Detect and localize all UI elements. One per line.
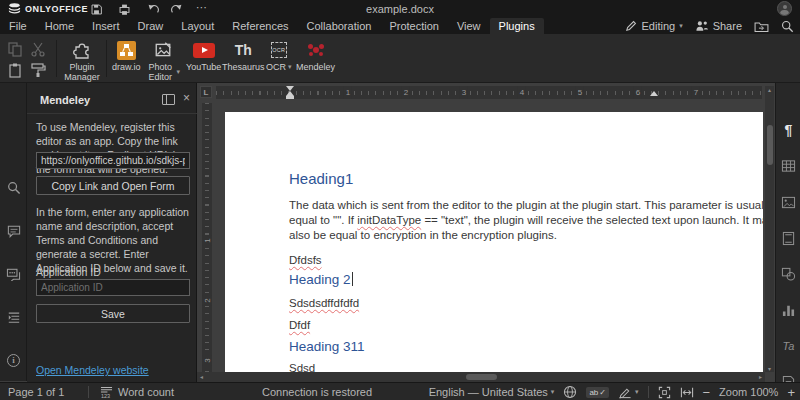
mendeley-label: Mendeley (296, 62, 335, 72)
sidebar-about-button[interactable]: i (0, 345, 27, 375)
chevron-down-icon: ▾ (288, 62, 292, 72)
image-settings-button[interactable] (776, 187, 800, 217)
sidebar-chat-button[interactable] (0, 259, 27, 289)
right-indent-marker[interactable] (650, 91, 658, 96)
horizontal-ruler[interactable]: 1 2 3 4 5 6 7 (216, 86, 762, 99)
tab-stop-selector[interactable]: L (200, 86, 212, 98)
status-bar: Page 1 of 1 123 Word count Connection is… (0, 382, 800, 400)
menu-plugins[interactable]: Plugins (490, 18, 544, 34)
document-page[interactable]: Heading1 The data which is sent from the… (225, 112, 763, 373)
paste-icon[interactable] (7, 62, 23, 78)
paragraph-settings-button[interactable]: ¶ (776, 115, 800, 145)
menu-view[interactable]: View (448, 18, 490, 34)
doc-heading1: Heading1 (289, 170, 353, 187)
vertical-scrollbar[interactable]: ▴ ▾ (765, 86, 774, 372)
redirect-url-input[interactable] (36, 152, 190, 169)
format-painter-icon[interactable] (30, 62, 46, 78)
mendeley-icon (307, 42, 325, 58)
panel-collapse-icon[interactable] (162, 94, 175, 105)
left-indent-marker-base[interactable] (286, 96, 294, 99)
share-label: Share (713, 20, 742, 32)
search-icon[interactable] (781, 20, 794, 33)
menu-insert[interactable]: Insert (83, 18, 129, 34)
panel-close-icon[interactable]: × (183, 91, 190, 105)
scroll-left-icon[interactable]: ◂ (197, 373, 206, 380)
scroll-right-icon[interactable]: ▸ (756, 373, 765, 380)
menu-home[interactable]: Home (36, 18, 83, 34)
horizontal-scrollbar-thumb[interactable] (466, 374, 497, 380)
share-button[interactable]: Share (695, 20, 742, 32)
menu-draw[interactable]: Draw (129, 18, 173, 34)
header-footer-icon (782, 231, 795, 246)
sidebar-search-button[interactable] (0, 173, 27, 203)
textart-icon: Ta (783, 340, 795, 352)
ocr-icon: OCR (271, 42, 287, 58)
zoom-in-button[interactable]: + (787, 385, 795, 400)
menu-file[interactable]: File (0, 18, 36, 34)
youtube-button[interactable]: YouTube (186, 39, 221, 72)
horizontal-scrollbar[interactable]: ◂ ▸ (197, 372, 765, 382)
page-indicator[interactable]: Page 1 of 1 (8, 386, 64, 398)
copy-link-button[interactable]: Copy Link and Open Form (36, 176, 190, 195)
menu-layout[interactable]: Layout (172, 18, 223, 34)
vertical-ruler[interactable]: 1 2 3 (202, 103, 212, 372)
user-avatar[interactable] (777, 1, 792, 16)
statusbar-separator (648, 386, 649, 398)
search-icon (7, 181, 21, 195)
table-icon (781, 159, 796, 173)
application-id-label: Application ID (36, 265, 190, 279)
puzzle-icon (72, 40, 92, 60)
editing-mode-button[interactable]: Editing ▾ (625, 20, 682, 32)
check-icon: ✓ (599, 388, 606, 397)
drawio-button[interactable]: draw.io (112, 39, 141, 72)
chat-icon (6, 268, 21, 281)
document-area: L 1 2 3 4 5 6 7 1 2 3 Heading1 The data … (197, 83, 775, 382)
language-label: English — United States (429, 386, 548, 398)
fit-width-icon[interactable] (680, 386, 694, 399)
mendeley-button[interactable]: Mendeley (296, 39, 335, 72)
menu-protection[interactable]: Protection (380, 18, 448, 34)
track-changes-icon (618, 386, 632, 399)
sidebar-navigation-button[interactable] (0, 302, 27, 332)
misspelled-word: Dfdf (289, 319, 310, 331)
table-settings-button[interactable] (776, 151, 800, 181)
image-icon (781, 196, 796, 209)
open-file-location-icon[interactable] (754, 20, 769, 32)
track-changes-button[interactable]: ▾ (618, 386, 639, 399)
share-people-icon (695, 20, 709, 32)
panel-title: Mendeley (40, 94, 90, 106)
doc-paragraph-line: equal to "". If initDataType == "text", … (289, 214, 763, 226)
scroll-down-icon[interactable]: ▾ (765, 365, 774, 372)
menu-collaboration[interactable]: Collaboration (298, 18, 381, 34)
plugin-manager-button[interactable]: Plugin Manager (61, 39, 103, 82)
ruler-number: 1 (203, 236, 212, 246)
photo-editor-button[interactable]: Photo Editor▾ (146, 39, 180, 82)
open-mendeley-website-link[interactable]: Open Mendeley website (36, 364, 149, 376)
save-button[interactable]: Save (36, 304, 190, 323)
panel-divider (27, 113, 197, 114)
thesaurus-button[interactable]: Th Thesaurus (222, 39, 265, 72)
cut-icon[interactable] (30, 41, 46, 57)
document-language-globe-icon[interactable] (563, 385, 577, 399)
comment-icon (7, 225, 21, 238)
application-id-input[interactable] (36, 279, 190, 296)
vertical-scrollbar-thumb[interactable] (767, 125, 773, 165)
copy-icon[interactable] (7, 41, 23, 57)
textart-settings-button[interactable]: Ta (776, 331, 800, 361)
sidebar-comments-button[interactable] (0, 216, 27, 246)
menu-references[interactable]: References (223, 18, 297, 34)
chevron-down-icon: ▾ (679, 22, 683, 30)
chevron-down-icon: ▾ (551, 388, 555, 396)
scroll-up-icon[interactable]: ▴ (765, 86, 774, 93)
spellcheck-toggle[interactable]: ab ✓ (586, 387, 609, 398)
shape-settings-button[interactable] (776, 259, 800, 289)
fit-page-icon[interactable] (658, 386, 671, 399)
word-count-button[interactable]: Word count (118, 386, 174, 398)
ocr-button[interactable]: OCR OCR▾ (266, 39, 292, 72)
zoom-out-button[interactable]: − (703, 385, 711, 400)
language-selector[interactable]: English — United States ▾ (429, 386, 555, 398)
pencil-icon (625, 20, 637, 32)
headerfooter-settings-button[interactable] (776, 223, 800, 253)
headings-icon (7, 311, 21, 324)
chart-settings-button[interactable] (776, 295, 800, 325)
